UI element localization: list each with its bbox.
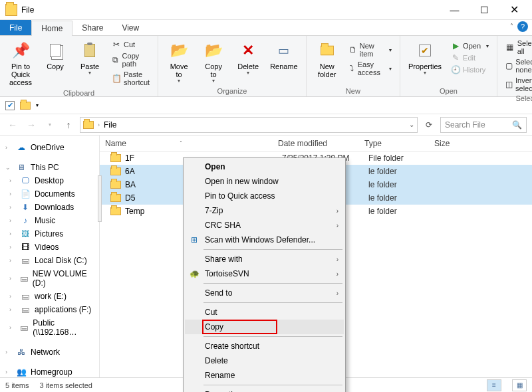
sidebar-label: Downloads [35, 203, 74, 212]
ctx-separator [203, 385, 342, 385]
recent-dropdown[interactable]: ▾ [43, 122, 57, 128]
search-input[interactable]: Search File 🔍 [440, 117, 527, 133]
sidebar-item-network[interactable]: ›🖧Network [0, 345, 99, 359]
maximize-button[interactable]: ☐ [469, 1, 499, 19]
help-button[interactable]: ? [517, 21, 528, 32]
defender-icon: ⊞ [189, 235, 200, 245]
breadcrumb-segment[interactable]: File [104, 120, 405, 130]
copy-button[interactable]: Copy [40, 39, 70, 88]
refresh-button[interactable]: ⟳ [422, 120, 436, 130]
ctx-label: 7-Zip [205, 206, 223, 215]
column-date[interactable]: Date modified [273, 139, 359, 148]
column-name[interactable]: Name˄ [100, 139, 273, 148]
ctx-create-shortcut[interactable]: Create shortcut [185, 339, 344, 353]
sidebar-item-desktop[interactable]: ›🖵Desktop [0, 174, 99, 187]
tab-view[interactable]: View [112, 20, 148, 35]
sidebar-item-applicationsf[interactable]: ›🖴applications (F:) [0, 303, 99, 316]
network-drive-icon: 🖴 [19, 323, 29, 332]
desktop-icon: 🖵 [20, 176, 31, 185]
ctx-pin-quick-access[interactable]: Pin to Quick access [185, 189, 344, 203]
minimize-button[interactable]: — [440, 1, 469, 19]
forward-button[interactable]: → [24, 120, 39, 130]
sidebar-item-worke[interactable]: ›🖴work (E:) [0, 290, 99, 303]
new-folder-button[interactable]: New folder [312, 39, 342, 80]
tab-home[interactable]: Home [31, 21, 72, 36]
collapse-ribbon-icon[interactable]: ˄ [510, 23, 513, 30]
icons-view-button[interactable]: ▦ [512, 379, 527, 391]
cut-button[interactable]: ✂Cut [109, 39, 152, 50]
move-to-icon: 📂 [170, 40, 188, 61]
back-button[interactable]: ← [5, 120, 20, 130]
ctx-label: TortoiseSVN [205, 269, 249, 278]
splitter-handle[interactable] [98, 175, 102, 222]
copy-path-button[interactable]: ⧉Copy path [109, 51, 152, 68]
rename-button[interactable]: ▭ Rename [267, 39, 301, 85]
close-button[interactable]: ✕ [499, 1, 529, 19]
paste-icon [84, 40, 95, 61]
sidebar-item-thispc[interactable]: ⌄🖥This PC [0, 161, 99, 174]
ctx-tortoisesvn[interactable]: 🐢TortoiseSVN› [185, 266, 344, 281]
ctx-delete[interactable]: Delete [185, 353, 344, 368]
ctx-rename[interactable]: Rename [185, 368, 344, 383]
new-item-button[interactable]: 🗋New item▾ [346, 41, 394, 58]
delete-button[interactable]: ✕ Delete ▾ [233, 39, 263, 85]
pin-to-quick-access-button[interactable]: 📌 Pin to Quick access [5, 39, 36, 88]
context-menu: Open Open in new window Pin to Quick acc… [183, 157, 346, 392]
sidebar-label: Local Disk (C:) [35, 256, 87, 265]
history-label: History [463, 66, 485, 74]
open-button[interactable]: ▶Open▾ [448, 41, 491, 51]
ctx-defender[interactable]: ⊞Scan with Windows Defender... [185, 233, 344, 247]
tab-share[interactable]: Share [72, 20, 112, 35]
sidebar-item-pictures[interactable]: ›🖼Pictures [0, 227, 99, 241]
sidebar-item-public[interactable]: ›🖴Public (\\192.168… [0, 316, 99, 339]
group-open-label: Open [406, 86, 491, 95]
ctx-7zip[interactable]: 7-Zip› [185, 203, 344, 218]
paste-button[interactable]: Paste ▾ [74, 39, 105, 88]
select-none-button[interactable]: ▢Select none [503, 57, 532, 74]
sidebar-item-localdisk[interactable]: ›🖴Local Disk (C:) [0, 254, 99, 267]
easy-access-button[interactable]: ⤵Easy access▾ [346, 60, 394, 77]
copy-path-icon: ⧉ [112, 55, 120, 64]
ctx-open[interactable]: Open [185, 159, 344, 174]
paste-shortcut-button[interactable]: 📋Paste shortcut [109, 70, 152, 87]
column-type[interactable]: Type [359, 139, 429, 148]
tab-file[interactable]: File [0, 20, 31, 35]
ctx-copy[interactable]: Copy [185, 320, 344, 334]
ctx-share-with[interactable]: Share with› [185, 252, 344, 266]
select-all-button[interactable]: ▦Select all [503, 39, 532, 56]
sidebar-label: Documents [35, 189, 75, 199]
breadcrumb[interactable]: › File ⌄ [80, 117, 418, 133]
folder-icon [5, 4, 17, 16]
sidebar-item-videos[interactable]: ›🎞Videos [0, 241, 99, 254]
sidebar-item-homegroup[interactable]: ›👥Homegroup [0, 365, 99, 377]
chevron-down-icon: ▾ [88, 70, 91, 76]
ctx-crc-sha[interactable]: CRC SHA› [185, 218, 344, 233]
column-size[interactable]: Size [429, 139, 469, 148]
move-to-button[interactable]: 📂 Move to ▾ [164, 39, 194, 85]
sidebar-item-music[interactable]: ›♪Music [0, 214, 99, 227]
sidebar-label: Pictures [35, 229, 63, 239]
ctx-send-to[interactable]: Send to› [185, 286, 344, 300]
pictures-icon: 🖼 [20, 229, 31, 239]
chevron-down-icon[interactable]: ▾ [36, 102, 39, 108]
up-button[interactable]: ↑ [61, 120, 76, 130]
quick-access-bar: ✔ ▾ [0, 97, 532, 114]
ctx-properties[interactable]: Properties [185, 387, 344, 392]
sidebar-item-newvolume[interactable]: ›🖴NEW VOLUME (D:) [0, 267, 99, 290]
copy-to-button[interactable]: 📂 Copy to ▾ [198, 39, 229, 85]
new-folder-icon [320, 40, 334, 61]
sidebar-item-documents[interactable]: ›📄Documents [0, 187, 99, 201]
ctx-cut[interactable]: Cut [185, 305, 344, 320]
details-view-button[interactable]: ≡ [487, 379, 501, 391]
chevron-down-icon: ▾ [247, 70, 249, 76]
ctx-open-new-window[interactable]: Open in new window [185, 174, 344, 189]
chevron-down-icon[interactable]: ⌄ [409, 121, 414, 128]
sidebar-item-onedrive[interactable]: ›☁OneDrive [0, 141, 99, 154]
ctx-label: Create shortcut [205, 342, 259, 351]
copy-path-label: Copy path [122, 52, 150, 68]
sidebar-item-downloads[interactable]: ›⬇Downloads [0, 201, 99, 214]
invert-selection-button[interactable]: ◫Invert selection [503, 76, 532, 93]
ctx-label: Share with [205, 254, 243, 264]
properties-button[interactable]: ✔ Properties ▾ [406, 39, 444, 77]
item-checkbox-toggle[interactable]: ✔ [5, 101, 15, 110]
